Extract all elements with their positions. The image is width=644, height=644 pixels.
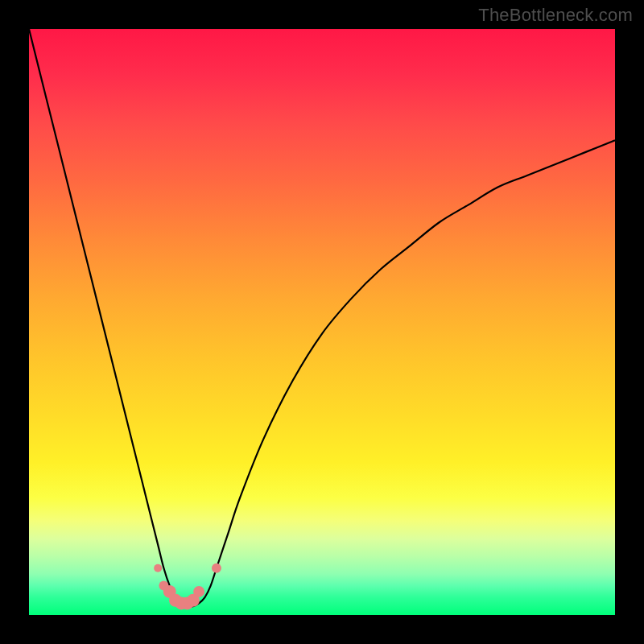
- chart-frame: TheBottleneck.com: [0, 0, 644, 644]
- curve-marker: [154, 564, 162, 572]
- curve-layer: [29, 29, 615, 615]
- bottleneck-curve: [29, 29, 615, 607]
- curve-marker: [212, 564, 221, 573]
- curve-marker: [193, 586, 204, 597]
- watermark-text: TheBottleneck.com: [478, 5, 633, 26]
- chart-plot-area: [29, 29, 615, 615]
